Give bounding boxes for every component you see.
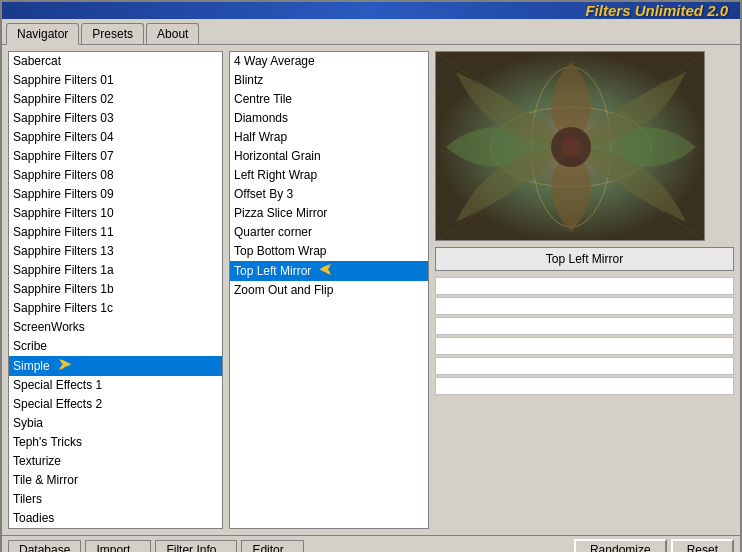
left-list-item[interactable]: Sapphire Filters 01 — [9, 71, 222, 90]
param-rows — [435, 277, 734, 395]
middle-list-item[interactable]: Top Bottom Wrap — [230, 242, 428, 261]
title-bar: Filters Unlimited 2.0 — [2, 2, 740, 19]
left-list-item[interactable]: ScreenWorks — [9, 318, 222, 337]
left-list-item[interactable]: Sapphire Filters 1c — [9, 299, 222, 318]
param-row-1 — [435, 277, 734, 295]
middle-list-item[interactable]: Pizza Slice Mirror — [230, 204, 428, 223]
editor-button[interactable]: Editor... — [241, 540, 304, 552]
left-list-item[interactable]: Texturize — [9, 452, 222, 471]
left-list-item[interactable]: Tile & Mirror — [9, 471, 222, 490]
left-list-item[interactable]: Teph's Tricks — [9, 433, 222, 452]
param-row-6 — [435, 377, 734, 395]
left-list-item[interactable]: Sapphire Filters 09 — [9, 185, 222, 204]
filter-name-bar: Top Left Mirror — [435, 247, 734, 271]
middle-list-item[interactable]: Half Wrap — [230, 128, 428, 147]
middle-list-item[interactable]: Blintz — [230, 71, 428, 90]
param-row-5 — [435, 357, 734, 375]
left-list-item[interactable]: Sapphire Filters 1b — [9, 280, 222, 299]
middle-list-item[interactable]: 4 Way Average — [230, 52, 428, 71]
left-list[interactable]: SabercatSapphire Filters 01Sapphire Filt… — [9, 52, 222, 528]
middle-list-item[interactable]: Quarter corner — [230, 223, 428, 242]
left-list-item[interactable]: Sybia — [9, 414, 222, 433]
main-window: Filters Unlimited 2.0 Navigator Presets … — [0, 0, 742, 552]
title-text: Filters Unlimited 2.0 — [585, 2, 728, 19]
middle-list[interactable]: 4 Way AverageBlintzCentre TileDiamondsHa… — [230, 52, 428, 528]
left-list-item[interactable]: Sapphire Filters 13 — [9, 242, 222, 261]
right-panel: Top Left Mirror — [435, 51, 734, 529]
left-list-item[interactable]: Sapphire Filters 11 — [9, 223, 222, 242]
import-button[interactable]: Import... — [85, 540, 151, 552]
left-list-item[interactable]: Special Effects 1 — [9, 376, 222, 395]
bottom-toolbar: Database Import... Filter Info... Editor… — [2, 535, 740, 552]
left-list-item[interactable]: Sapphire Filters 07 — [9, 147, 222, 166]
middle-panel: 4 Way AverageBlintzCentre TileDiamondsHa… — [229, 51, 429, 529]
left-list-item[interactable]: Sapphire Filters 08 — [9, 166, 222, 185]
left-list-item[interactable]: Sapphire Filters 02 — [9, 90, 222, 109]
left-list-item[interactable]: Tilers — [9, 490, 222, 509]
left-panel: SabercatSapphire Filters 01Sapphire Filt… — [8, 51, 223, 529]
param-row-2 — [435, 297, 734, 315]
left-list-item[interactable]: Sabercat — [9, 52, 222, 71]
left-list-container: SabercatSapphire Filters 01Sapphire Filt… — [9, 52, 222, 528]
middle-list-item[interactable]: Zoom Out and Flip — [230, 281, 428, 300]
tab-about[interactable]: About — [146, 23, 199, 44]
preview-canvas — [436, 52, 705, 241]
svg-point-6 — [561, 137, 581, 157]
middle-list-item[interactable]: Centre Tile — [230, 90, 428, 109]
middle-list-item[interactable]: Top Left Mirror ⮜ — [230, 261, 428, 281]
randomize-button[interactable]: Randomize — [574, 539, 667, 552]
right-side-buttons: Randomize Reset — [574, 539, 734, 552]
reset-button[interactable]: Reset — [671, 539, 734, 552]
left-list-item[interactable]: Simple ⮞ — [9, 356, 222, 376]
left-list-item[interactable]: Sapphire Filters 03 — [9, 109, 222, 128]
left-list-item[interactable]: Scribe — [9, 337, 222, 356]
left-list-item[interactable]: Toadies — [9, 509, 222, 528]
preview-image — [435, 51, 705, 241]
param-row-3 — [435, 317, 734, 335]
left-list-item[interactable]: Sapphire Filters 10 — [9, 204, 222, 223]
tab-navigator[interactable]: Navigator — [6, 23, 79, 45]
database-button[interactable]: Database — [8, 540, 81, 552]
middle-list-item[interactable]: Offset By 3 — [230, 185, 428, 204]
left-list-item[interactable]: Sapphire Filters 04 — [9, 128, 222, 147]
left-list-item[interactable]: Special Effects 2 — [9, 395, 222, 414]
middle-list-item[interactable]: Diamonds — [230, 109, 428, 128]
left-list-item[interactable]: Sapphire Filters 1a — [9, 261, 222, 280]
filter-info-button[interactable]: Filter Info... — [155, 540, 237, 552]
middle-list-item[interactable]: Horizontal Grain — [230, 147, 428, 166]
middle-list-item[interactable]: Left Right Wrap — [230, 166, 428, 185]
param-row-4 — [435, 337, 734, 355]
tab-bar: Navigator Presets About — [2, 19, 740, 45]
tab-presets[interactable]: Presets — [81, 23, 144, 44]
main-content: SabercatSapphire Filters 01Sapphire Filt… — [2, 45, 740, 535]
